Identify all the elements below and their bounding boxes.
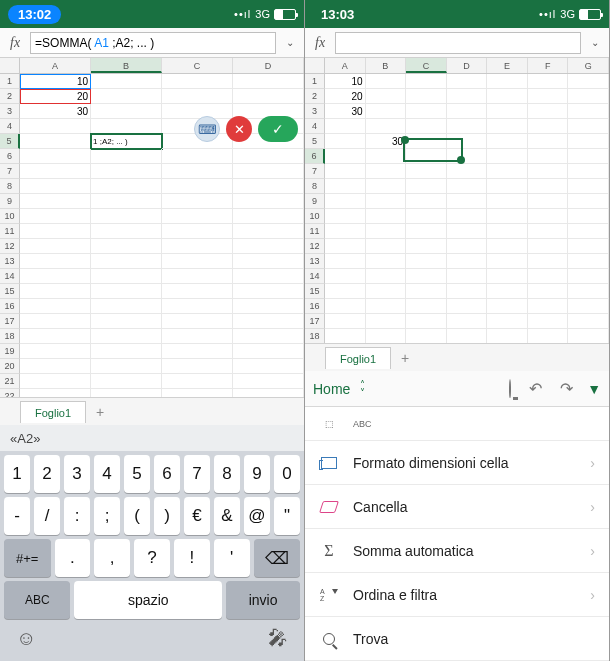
- sheet-tab-foglio1[interactable]: Foglio1: [325, 347, 391, 369]
- key-apos[interactable]: ': [214, 539, 250, 577]
- cell[interactable]: [325, 239, 366, 254]
- cell-a3[interactable]: 30: [20, 104, 91, 119]
- key-enter[interactable]: invio: [226, 581, 300, 619]
- row-header[interactable]: 14: [0, 269, 20, 284]
- cell[interactable]: [487, 209, 528, 224]
- cell[interactable]: [568, 179, 609, 194]
- cell[interactable]: [91, 314, 162, 329]
- cell[interactable]: [447, 254, 488, 269]
- cell[interactable]: [487, 89, 528, 104]
- cell[interactable]: [568, 134, 609, 149]
- cell[interactable]: [20, 239, 91, 254]
- cell[interactable]: [406, 104, 447, 119]
- dictation-button[interactable]: 🎤︎: [268, 627, 288, 650]
- cell[interactable]: [20, 329, 91, 344]
- cell-a3[interactable]: 30: [325, 104, 366, 119]
- cell[interactable]: [487, 239, 528, 254]
- cell[interactable]: [406, 269, 447, 284]
- cell[interactable]: [568, 314, 609, 329]
- row-header[interactable]: 18: [0, 329, 20, 344]
- cell[interactable]: [528, 179, 569, 194]
- cell[interactable]: [162, 194, 233, 209]
- row-header[interactable]: 11: [305, 224, 325, 239]
- key-rparen[interactable]: ): [154, 497, 180, 535]
- row-header[interactable]: 22: [0, 389, 20, 397]
- cell[interactable]: [91, 359, 162, 374]
- cell[interactable]: [447, 119, 488, 134]
- cell[interactable]: [20, 179, 91, 194]
- cell[interactable]: [91, 269, 162, 284]
- key-slash[interactable]: /: [34, 497, 60, 535]
- row-header[interactable]: 16: [0, 299, 20, 314]
- cell-a2[interactable]: 20: [325, 89, 366, 104]
- cell[interactable]: [568, 239, 609, 254]
- cell[interactable]: [568, 284, 609, 299]
- cell[interactable]: [91, 179, 162, 194]
- col-header-d[interactable]: D: [233, 58, 304, 73]
- cell[interactable]: [162, 389, 233, 397]
- col-header[interactable]: G: [568, 58, 609, 73]
- cell[interactable]: [91, 149, 162, 164]
- cell[interactable]: [325, 209, 366, 224]
- cell-a2[interactable]: 20: [20, 89, 91, 104]
- cell[interactable]: [325, 224, 366, 239]
- cell[interactable]: [91, 254, 162, 269]
- cell[interactable]: [528, 164, 569, 179]
- cell[interactable]: [528, 239, 569, 254]
- row-header[interactable]: 6: [305, 149, 325, 164]
- key-0[interactable]: 0: [274, 455, 300, 493]
- cell[interactable]: [91, 89, 162, 104]
- cell[interactable]: [325, 269, 366, 284]
- cell[interactable]: [233, 389, 304, 397]
- cell[interactable]: [366, 239, 407, 254]
- row-header[interactable]: 12: [305, 239, 325, 254]
- cell[interactable]: [233, 224, 304, 239]
- row-header[interactable]: 2: [305, 89, 325, 104]
- cell[interactable]: [447, 284, 488, 299]
- cell[interactable]: [568, 209, 609, 224]
- cell[interactable]: [406, 149, 447, 164]
- row-header[interactable]: 18: [305, 329, 325, 343]
- col-header[interactable]: E: [487, 58, 528, 73]
- key-quote[interactable]: ": [274, 497, 300, 535]
- cell[interactable]: [487, 149, 528, 164]
- cell[interactable]: [162, 284, 233, 299]
- cell[interactable]: [528, 89, 569, 104]
- formula-dropdown-icon[interactable]: ⌄: [280, 32, 300, 54]
- cell[interactable]: [528, 134, 569, 149]
- cell[interactable]: [162, 209, 233, 224]
- cell[interactable]: [406, 119, 447, 134]
- cell[interactable]: [406, 224, 447, 239]
- cell[interactable]: [233, 194, 304, 209]
- row-header[interactable]: 21: [0, 374, 20, 389]
- cell[interactable]: [233, 359, 304, 374]
- cell[interactable]: [20, 359, 91, 374]
- row-header[interactable]: 16: [305, 299, 325, 314]
- cell[interactable]: [233, 374, 304, 389]
- cell[interactable]: [528, 119, 569, 134]
- collapse-ribbon-icon[interactable]: ▼: [587, 381, 601, 397]
- row-header[interactable]: 15: [0, 284, 20, 299]
- cell[interactable]: [528, 194, 569, 209]
- cell[interactable]: [20, 344, 91, 359]
- row-header[interactable]: 14: [305, 269, 325, 284]
- cell[interactable]: [487, 164, 528, 179]
- cell[interactable]: [568, 74, 609, 89]
- cell[interactable]: [20, 374, 91, 389]
- cell[interactable]: [20, 134, 91, 149]
- cell[interactable]: [406, 179, 447, 194]
- row-header[interactable]: 3: [0, 104, 20, 119]
- menu-item-cell-format[interactable]: Formato dimensioni cella ›: [305, 441, 609, 485]
- cell[interactable]: [487, 224, 528, 239]
- menu-item-sort-filter[interactable]: Ordina e filtra ›: [305, 573, 609, 617]
- col-header[interactable]: C: [406, 58, 447, 73]
- confirm-button[interactable]: ✓: [258, 116, 298, 142]
- row-header[interactable]: 5: [0, 134, 20, 149]
- cell[interactable]: [20, 194, 91, 209]
- cell[interactable]: [325, 194, 366, 209]
- cell[interactable]: [366, 254, 407, 269]
- cell[interactable]: [325, 164, 366, 179]
- cell[interactable]: [233, 74, 304, 89]
- cell[interactable]: [20, 119, 91, 134]
- cell[interactable]: [162, 299, 233, 314]
